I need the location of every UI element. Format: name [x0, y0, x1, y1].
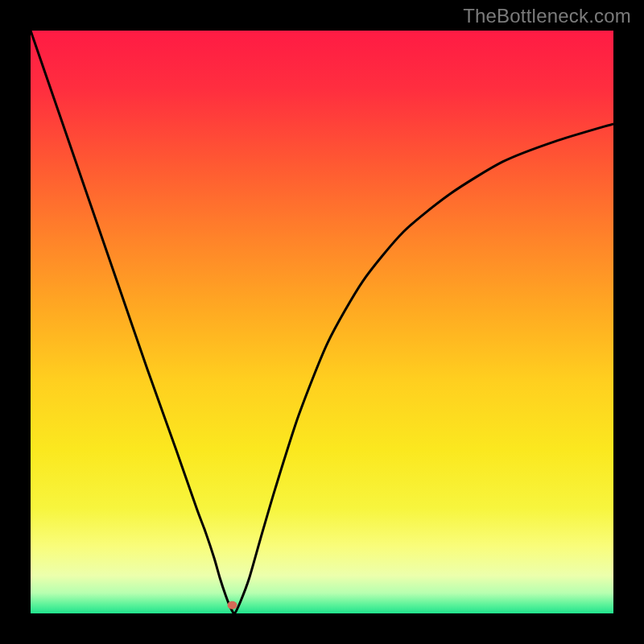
plot-area [31, 31, 613, 613]
chart-svg [31, 31, 613, 613]
chart-frame: TheBottleneck.com [0, 0, 644, 644]
gradient-background [31, 31, 613, 613]
watermark-text: TheBottleneck.com [463, 5, 631, 27]
optimum-marker [228, 601, 237, 609]
